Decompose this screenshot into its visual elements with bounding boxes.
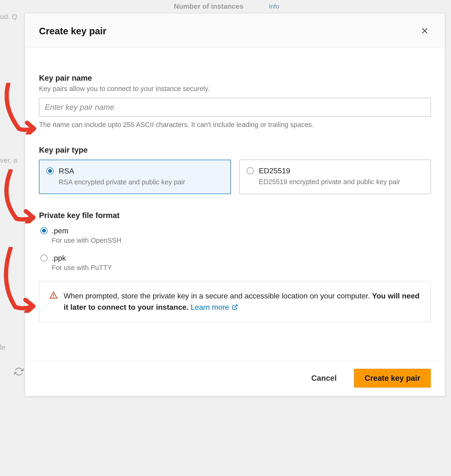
keypair-type-rsa-desc: RSA encrypted private and public key pai… xyxy=(59,177,223,187)
modal-header: Create key pair xyxy=(25,13,445,48)
svg-line-4 xyxy=(234,305,237,308)
keypair-name-input[interactable] xyxy=(39,98,431,117)
learn-more-text: Learn more xyxy=(191,302,229,313)
keypair-type-ed25519-desc: ED25519 encrypted private and public key… xyxy=(259,177,424,187)
external-link-icon xyxy=(232,304,238,310)
file-format-ppk-title: .ppk xyxy=(52,254,431,263)
file-format-pem-content: .pem For use with OpenSSH xyxy=(52,226,431,244)
file-format-ppk[interactable]: .ppk For use with PuTTY xyxy=(39,254,431,272)
keypair-type-options: RSA RSA encrypted private and public key… xyxy=(39,160,431,194)
keypair-type-ed25519-content: ED25519 ED25519 encrypted private and pu… xyxy=(259,167,424,187)
keypair-type-ed25519-title: ED25519 xyxy=(259,167,424,175)
bg-instances-label: Number of instances xyxy=(174,2,244,10)
keypair-name-section: Key pair name Key pairs allow you to con… xyxy=(39,74,431,129)
radio-icon xyxy=(46,167,54,174)
modal-title: Create key pair xyxy=(39,26,106,36)
create-keypair-modal: Create key pair Key pair name Key pairs … xyxy=(25,13,445,396)
keypair-type-section: Key pair type RSA RSA encrypted private … xyxy=(39,146,431,194)
alert-box: When prompted, store the private key in … xyxy=(39,281,431,322)
close-icon xyxy=(420,26,429,35)
keypair-type-ed25519-card[interactable]: ED25519 ED25519 encrypted private and pu… xyxy=(239,160,431,194)
keypair-name-description: Key pairs allow you to connect to your i… xyxy=(39,85,431,93)
file-format-ppk-content: .ppk For use with PuTTY xyxy=(52,254,431,272)
modal-footer: Cancel Create key pair xyxy=(25,360,445,396)
file-format-pem-desc: For use with OpenSSH xyxy=(52,237,431,244)
keypair-name-helper: The name can include upto 255 ASCII char… xyxy=(39,121,431,129)
keypair-type-rsa-card[interactable]: RSA RSA encrypted private and public key… xyxy=(39,160,231,194)
alert-text-1: When prompted, store the private key in … xyxy=(64,292,372,300)
alert-text: When prompted, store the private key in … xyxy=(64,290,420,313)
file-format-ppk-desc: For use with PuTTY xyxy=(52,264,431,272)
keypair-name-label: Key pair name xyxy=(39,74,431,83)
radio-icon xyxy=(247,167,254,174)
bg-le-text: le xyxy=(0,343,5,351)
keypair-type-rsa-title: RSA xyxy=(59,167,223,175)
keypair-type-rsa-content: RSA RSA encrypted private and public key… xyxy=(59,167,223,187)
warning-icon xyxy=(50,291,57,300)
learn-more-link[interactable]: Learn more xyxy=(191,302,238,313)
cancel-button[interactable]: Cancel xyxy=(301,369,347,388)
bg-info-link: Info xyxy=(269,3,279,10)
file-format-pem[interactable]: .pem For use with OpenSSH xyxy=(39,226,431,244)
close-button[interactable] xyxy=(419,25,431,38)
create-keypair-button[interactable]: Create key pair xyxy=(354,369,431,388)
radio-icon xyxy=(40,227,47,234)
file-format-pem-title: .pem xyxy=(52,226,431,235)
file-format-section: Private key file format .pem For use wit… xyxy=(39,211,431,322)
keypair-type-label: Key pair type xyxy=(39,146,431,154)
modal-body: Key pair name Key pairs allow you to con… xyxy=(25,48,445,360)
refresh-icon xyxy=(14,367,24,376)
bg-cloud-text: ud. Q xyxy=(0,13,17,21)
bg-ver-text: ver, a xyxy=(0,156,17,164)
svg-point-3 xyxy=(53,297,54,297)
radio-icon xyxy=(40,254,47,262)
file-format-label: Private key file format xyxy=(39,211,431,220)
